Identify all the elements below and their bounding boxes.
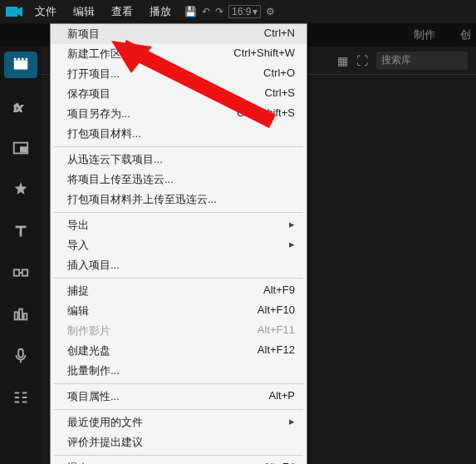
aspect-ratio-selector[interactable]: 16:9▾ — [228, 5, 261, 18]
menu-create-disc[interactable]: 创建光盘Alt+F12 — [51, 341, 307, 361]
title-room-icon[interactable] — [4, 218, 37, 244]
menu-pack-upload[interactable]: 打包项目材料并上传至迅连云... — [51, 190, 307, 210]
menu-separator — [54, 278, 303, 279]
svg-rect-2 — [17, 58, 20, 61]
submenu-arrow-icon: ▸ — [289, 238, 295, 253]
voice-room-icon[interactable] — [4, 343, 37, 369]
menu-project-props[interactable]: 项目属性...Alt+P — [51, 387, 307, 407]
submenu-arrow-icon: ▸ — [289, 415, 295, 430]
menu-separator — [54, 455, 303, 456]
menu-import[interactable]: 导入▸ — [51, 235, 307, 255]
menu-export[interactable]: 导出▸ — [51, 215, 307, 235]
settings-icon[interactable]: ⚙ — [266, 6, 275, 17]
audio-room-icon[interactable] — [4, 301, 37, 328]
transition-room-icon[interactable] — [4, 259, 37, 286]
grid-view-icon[interactable]: ▦ — [337, 54, 348, 67]
expand-icon[interactable]: ⛶ — [356, 54, 368, 67]
tab-produce[interactable]: 制作 — [414, 27, 435, 42]
menu-produce: 制作影片Alt+F11 — [51, 321, 307, 341]
svg-rect-8 — [14, 269, 19, 275]
menu-capture[interactable]: 捕捉Alt+F9 — [51, 281, 307, 301]
particle-room-icon[interactable] — [4, 176, 37, 203]
menu-edit[interactable]: 编辑 — [65, 1, 103, 22]
left-sidebar: fx — [0, 47, 42, 464]
menu-separator — [54, 409, 303, 410]
menu-view[interactable]: 查看 — [103, 1, 141, 22]
menu-new-project[interactable]: 新项目Ctrl+N — [51, 24, 307, 44]
menu-separator — [54, 146, 303, 147]
menu-download-cloud[interactable]: 从迅连云下载项目... — [51, 150, 307, 170]
svg-rect-4 — [26, 58, 28, 61]
save-icon[interactable]: 💾 — [184, 6, 197, 17]
app-logo — [2, 2, 27, 22]
menu-save-project[interactable]: 保存项目Ctrl+S — [51, 84, 307, 104]
svg-rect-11 — [19, 309, 22, 320]
chapter-room-icon[interactable] — [4, 384, 37, 411]
undo-icon[interactable]: ↶ — [202, 6, 210, 17]
svg-rect-10 — [15, 312, 18, 319]
svg-rect-1 — [14, 58, 17, 61]
menu-feedback[interactable]: 评价并提出建议 — [51, 432, 307, 452]
menu-exit[interactable]: 退出Alt+F4 — [51, 458, 307, 464]
aspect-ratio-value: 16:9 — [232, 6, 251, 17]
tab-create[interactable]: 创 — [460, 27, 471, 42]
search-input[interactable]: 搜索库 — [376, 52, 468, 70]
file-menu-dropdown: 新项目Ctrl+N 新建工作区Ctrl+Shift+W 打开项目...Ctrl+… — [50, 23, 307, 464]
menu-play[interactable]: 播放 — [141, 1, 179, 22]
redo-icon[interactable]: ↷ — [215, 6, 223, 17]
menu-recent-files[interactable]: 最近使用的文件▸ — [51, 412, 307, 432]
svg-rect-13 — [18, 349, 23, 358]
menu-open-project[interactable]: 打开项目...Ctrl+O — [51, 64, 307, 84]
menu-upload-cloud[interactable]: 将项目上传至迅连云... — [51, 170, 307, 190]
menu-new-workspace[interactable]: 新建工作区Ctrl+Shift+W — [51, 44, 307, 64]
svg-rect-12 — [24, 313, 27, 319]
svg-rect-0 — [14, 61, 28, 70]
menu-file[interactable]: 文件 — [27, 1, 65, 22]
menu-insert-project[interactable]: 插入项目... — [51, 255, 307, 275]
menu-pack[interactable]: 打包项目材料... — [51, 124, 307, 144]
svg-rect-7 — [21, 147, 26, 152]
menu-edit[interactable]: 编辑Alt+F10 — [51, 301, 307, 321]
submenu-arrow-icon: ▸ — [289, 218, 295, 233]
menu-separator — [54, 383, 303, 384]
top-menubar: 文件 编辑 查看 播放 💾 ↶ ↷ 16:9▾ ⚙ — [0, 0, 476, 23]
media-room-icon[interactable] — [4, 52, 37, 78]
svg-rect-9 — [22, 269, 27, 275]
svg-text:fx: fx — [14, 101, 23, 114]
menu-save-as[interactable]: 项目另存为...Ctrl+Shift+S — [51, 104, 307, 124]
menu-batch[interactable]: 批量制作... — [51, 361, 307, 381]
svg-rect-3 — [22, 58, 24, 61]
fx-room-icon[interactable]: fx — [4, 93, 37, 120]
menu-separator — [54, 212, 303, 213]
search-placeholder: 搜索库 — [381, 53, 411, 67]
pip-room-icon[interactable] — [4, 135, 37, 161]
